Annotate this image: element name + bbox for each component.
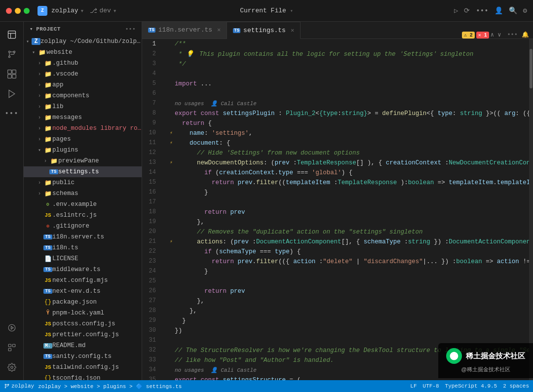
tree-item-lib[interactable]: › 📁 lib [24, 101, 142, 112]
extensions-activity-icon[interactable] [3, 65, 21, 83]
close-button[interactable] [6, 8, 12, 14]
tree-item-eslintrc[interactable]: JS .eslintrc.js [24, 210, 142, 221]
tree-item-prettier.config.js[interactable]: JS prettier.config.js [24, 329, 142, 340]
code-line-29: } [168, 316, 529, 326]
tree-label-lib: lib [52, 103, 142, 110]
project-name[interactable]: zolplay ▾ [51, 7, 84, 15]
tree-item-website[interactable]: ▾ 📁 website [24, 47, 142, 58]
tree-item-LICENSE[interactable]: 📄 LICENSE [24, 253, 142, 264]
tab-close-settings[interactable]: ✕ [291, 27, 294, 34]
current-file-indicator[interactable]: Current File ▾ [240, 7, 293, 14]
tree-item-schemas[interactable]: › 📁 schemas [24, 188, 142, 199]
run-icon[interactable]: ▷ [454, 6, 458, 15]
tree-item-sanity.config.ts[interactable]: TS sanity.config.ts [24, 351, 142, 362]
source-control-activity-icon[interactable] [3, 45, 21, 63]
code-line-10: ⚡ name: 'settings', [168, 128, 529, 138]
code-line-28: }, [168, 306, 529, 316]
tree-item-messages[interactable]: › 📁 messages [24, 112, 142, 123]
tree-item-github[interactable]: › 📁 .github [24, 58, 142, 69]
tree-item-middleware.ts[interactable]: TS middleware.ts [24, 264, 142, 275]
notification-icon[interactable]: 🔔 [522, 31, 529, 39]
line-number-15: 15 [142, 177, 160, 187]
tree-item-vscode[interactable]: › 📁 .vscode [24, 69, 142, 79]
tree-label-website: website [46, 49, 142, 56]
settings-icon[interactable]: ⚙ [523, 6, 527, 15]
line-number-7: 7 [142, 98, 160, 108]
tree-item-README.md[interactable]: M↓ README.md [24, 340, 142, 351]
tree-item-pnpm-lock.yaml[interactable]: Ȳ pnpm-lock.yaml [24, 308, 142, 318]
line-number-11: 11 [142, 138, 160, 148]
tree-item-settings.ts[interactable]: TS settings.ts [24, 166, 142, 177]
tree-item-tsconfig.json[interactable]: {} tsconfig.json [24, 373, 142, 380]
tab-more-icon[interactable]: ••• [507, 32, 518, 39]
account-icon[interactable]: 👤 [495, 6, 503, 15]
sidebar-options-icon[interactable]: ••• [125, 26, 136, 32]
more-icon[interactable]: ••• [476, 7, 488, 15]
minimize-button[interactable] [15, 8, 21, 14]
editor-content[interactable]: 1234567891011121314151617181920212223242… [142, 39, 533, 380]
tree-label-github: .github [52, 60, 142, 67]
line-numbers: 1234567891011121314151617181920212223242… [142, 39, 164, 380]
tree-item-app[interactable]: › 📁 app [24, 79, 142, 90]
git-bottom-icon[interactable] [3, 339, 21, 356]
tree-item-env.example[interactable]: ⚙ .env.example [24, 199, 142, 210]
tree-item-components[interactable]: › 📁 components [24, 90, 142, 101]
explorer-activity-icon[interactable] [3, 26, 21, 43]
traffic-lights [6, 8, 30, 14]
status-branch[interactable]: zolplay [4, 383, 34, 389]
tree-label-schemas: schemas [52, 190, 142, 197]
line-number-30: 30 [142, 325, 160, 335]
line-number-29: 29 [142, 315, 160, 325]
editor-area: TS i18n.server.ts ✕ TS settings.ts ✕ ⚠ 2… [142, 22, 533, 380]
line-number-23: 23 [142, 256, 160, 266]
search-icon[interactable]: 🔍 [509, 6, 517, 15]
settings-bottom-icon[interactable] [3, 358, 21, 376]
branch-selector[interactable]: ⎇ dev ▾ [90, 7, 116, 15]
tree-item-public[interactable]: › 📁 public [24, 177, 142, 188]
gutter-13: ⚡ [168, 158, 175, 168]
tab-i18n-server[interactable]: TS i18n.server.ts ✕ [142, 22, 227, 39]
tab-settings[interactable]: TS settings.ts ✕ [227, 22, 301, 39]
file-tree: ▾ Z zolplay ~/Code/Github/zolplay ▾ 📁 we… [24, 36, 142, 380]
tree-label-settings.ts: settings.ts [58, 168, 142, 175]
scrollbar-thumb[interactable] [530, 49, 533, 88]
status-encoding[interactable]: UTF-8 [423, 383, 439, 389]
vertical-scrollbar[interactable] [529, 39, 533, 380]
code-line-25 [168, 276, 529, 286]
line-number-21: 21 [142, 236, 160, 246]
line-number-6: 6 [142, 88, 160, 98]
status-language[interactable]: TypeScript 4.9.5 [445, 383, 497, 389]
tree-item-zolplay[interactable]: ▾ Z zolplay ~/Code/Github/zolplay [24, 36, 142, 47]
debug-activity-icon[interactable] [3, 85, 21, 103]
status-spaces[interactable]: 2 spaces [503, 383, 529, 389]
maximize-button[interactable] [24, 8, 30, 14]
tree-item-previewPane[interactable]: › 📁 previewPane [24, 156, 142, 166]
watermark-sub: @稀土掘金技术社区 [461, 366, 510, 373]
code-editor[interactable]: /** * 💡 This plugin contains all the log… [164, 39, 529, 380]
tree-item-pages[interactable]: › 📁 pages [24, 134, 142, 145]
status-left: zolplay zolplay > website > plugins > 🔷 … [4, 383, 182, 390]
svg-rect-13 [8, 349, 11, 351]
tree-item-package.json[interactable]: {} package.json [24, 297, 142, 308]
sidebar-header[interactable]: ▾ Project ••• [24, 22, 142, 36]
run-bottom-icon[interactable] [3, 319, 21, 337]
file-explorer-sidebar: ▾ Project ••• ▾ Z zolplay ~/Code/Github/… [24, 22, 142, 380]
code-line-11: ⚡ document: { [168, 138, 529, 148]
line-number-25: 25 [142, 276, 160, 286]
tree-item-next.config.mjs[interactable]: JS next.config.mjs [24, 275, 142, 286]
tree-item-i18n.ts[interactable]: TS i18n.ts [24, 242, 142, 253]
tab-warnings[interactable]: ⚠ 2 ✕ 1 ∧ ∨ [462, 31, 501, 39]
refresh-icon[interactable]: ⟳ [464, 6, 470, 15]
more-activity-icon[interactable]: ••• [3, 105, 21, 122]
tree-item-i18n.server.ts[interactable]: TS i18n.server.ts [24, 232, 142, 242]
status-lf[interactable]: LF [410, 383, 417, 389]
tree-item-next-env.d.ts[interactable]: TS next-env.d.ts [24, 286, 142, 297]
tree-item-tailwind.config.js[interactable]: JS tailwind.config.js [24, 362, 142, 373]
tree-item-node_modules[interactable]: › 📁 node_modules library root [24, 123, 142, 134]
tree-item-gitignore[interactable]: ⊗ .gitignore [24, 221, 142, 232]
tree-item-postcss.config.js[interactable]: JS postcss.config.js [24, 318, 142, 329]
tree-item-plugins[interactable]: ▾ 📁 plugins [24, 145, 142, 156]
title-bar-actions: ▷ ⟳ ••• 👤 🔍 ⚙ [454, 6, 527, 15]
tab-close-i18n[interactable]: ✕ [217, 26, 221, 34]
line-number-35: 35 [142, 375, 160, 380]
